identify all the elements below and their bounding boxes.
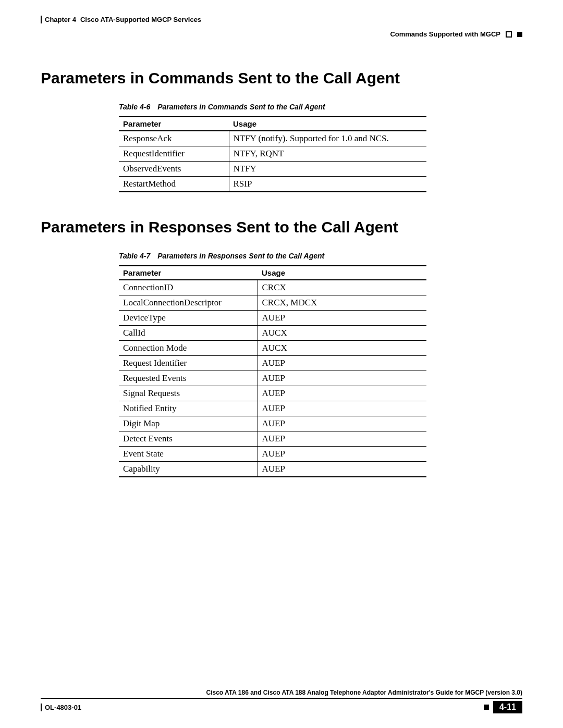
cell-usage: RSIP	[229, 177, 426, 192]
cell-parameter: Request Identifier	[119, 356, 258, 371]
table-row: Connection ModeAUCX	[119, 341, 426, 356]
table-row: ConnectionIDCRCX	[119, 280, 426, 295]
square-icon	[506, 31, 512, 38]
cell-parameter: Digit Map	[119, 416, 258, 431]
footer-doc-id: OL-4803-01	[41, 704, 81, 711]
header-right: Commands Supported with MGCP	[390, 30, 522, 38]
table-row: Detect EventsAUEP	[119, 431, 426, 447]
cell-usage: AUEP	[258, 401, 426, 416]
cell-parameter: RequestIdentifier	[119, 146, 229, 162]
table-row: Requested EventsAUEP	[119, 371, 426, 386]
page-number: 4-11	[493, 701, 522, 713]
cell-usage: AUEP	[258, 311, 426, 326]
col-header-parameter: Parameter	[119, 117, 229, 131]
content: Parameters in Commands Sent to the Call …	[41, 69, 522, 477]
cell-usage: NTFY, RQNT	[229, 146, 426, 162]
cell-usage: CRCX	[258, 280, 426, 295]
chapter-number: Chapter 4	[45, 16, 76, 23]
chapter-title: Cisco ATA-Supported MGCP Services	[80, 16, 201, 23]
cell-usage: AUEP	[258, 431, 426, 447]
cell-parameter: Detect Events	[119, 431, 258, 447]
col-header-usage: Usage	[258, 266, 426, 280]
cell-parameter: DeviceType	[119, 311, 258, 326]
cell-parameter: ResponseAck	[119, 131, 229, 146]
cell-usage: CRCX, MDCX	[258, 295, 426, 311]
section-heading: Parameters in Commands Sent to the Call …	[41, 69, 522, 87]
cell-parameter: Requested Events	[119, 371, 258, 386]
cell-parameter: ObservedEvents	[119, 162, 229, 177]
table-row: Request IdentifierAUEP	[119, 356, 426, 371]
cell-usage: AUEP	[258, 356, 426, 371]
table-row: CapabilityAUEP	[119, 462, 426, 477]
footer-row: OL-4803-01 4-11	[41, 701, 522, 713]
table-row: ObservedEvents NTFY	[119, 162, 426, 177]
table-caption: Table 4-7 Parameters in Responses Sent t…	[119, 252, 522, 260]
cell-usage: NTFY (notify). Supported for 1.0 and NCS…	[229, 131, 426, 146]
cell-parameter: CallId	[119, 326, 258, 341]
table-row: Signal RequestsAUEP	[119, 386, 426, 401]
page: Chapter 4 Cisco ATA-Supported MGCP Servi…	[0, 0, 563, 728]
table-row: CallIdAUCX	[119, 326, 426, 341]
cell-usage: AUEP	[258, 386, 426, 401]
table-header-row: Parameter Usage	[119, 117, 426, 131]
cell-usage: AUEP	[258, 462, 426, 477]
table-row: DeviceTypeAUEP	[119, 311, 426, 326]
cell-parameter: Capability	[119, 462, 258, 477]
page-footer: Cisco ATA 186 and Cisco ATA 188 Analog T…	[41, 689, 522, 713]
cell-usage: AUCX	[258, 341, 426, 356]
cell-parameter: Notified Entity	[119, 401, 258, 416]
col-header-parameter: Parameter	[119, 266, 258, 280]
header-right-label: Commands Supported with MGCP	[390, 30, 500, 38]
section-heading: Parameters in Responses Sent to the Call…	[41, 218, 522, 236]
square-icon	[484, 705, 489, 710]
cell-usage: AUEP	[258, 416, 426, 431]
table-row: RestartMethod RSIP	[119, 177, 426, 192]
cell-parameter: Connection Mode	[119, 341, 258, 356]
cell-parameter: ConnectionID	[119, 280, 258, 295]
table-row: LocalConnectionDescriptorCRCX, MDCX	[119, 295, 426, 311]
table-row: ResponseAck NTFY (notify). Supported for…	[119, 131, 426, 146]
running-header: Chapter 4 Cisco ATA-Supported MGCP Servi…	[41, 16, 522, 38]
cell-usage: NTFY	[229, 162, 426, 177]
table-row: Notified EntityAUEP	[119, 401, 426, 416]
cell-usage: AUEP	[258, 447, 426, 462]
header-left: Chapter 4 Cisco ATA-Supported MGCP Servi…	[41, 16, 201, 23]
table-header-row: Parameter Usage	[119, 266, 426, 280]
table-row: Event StateAUEP	[119, 447, 426, 462]
cell-parameter: LocalConnectionDescriptor	[119, 295, 258, 311]
table-4-6: Parameter Usage ResponseAck NTFY (notify…	[119, 116, 426, 192]
cell-parameter: Signal Requests	[119, 386, 258, 401]
table-4-7: Parameter Usage ConnectionIDCRCX LocalCo…	[119, 265, 426, 477]
footer-guide-title: Cisco ATA 186 and Cisco ATA 188 Analog T…	[41, 689, 522, 699]
cell-usage: AUCX	[258, 326, 426, 341]
footer-right: 4-11	[484, 701, 522, 713]
cell-parameter: Event State	[119, 447, 258, 462]
table-row: RequestIdentifier NTFY, RQNT	[119, 146, 426, 162]
table-row: Digit MapAUEP	[119, 416, 426, 431]
col-header-usage: Usage	[229, 117, 426, 131]
cell-usage: AUEP	[258, 371, 426, 386]
square-icon	[517, 32, 522, 37]
cell-parameter: RestartMethod	[119, 177, 229, 192]
table-caption: Table 4-6 Parameters in Commands Sent to…	[119, 103, 522, 111]
